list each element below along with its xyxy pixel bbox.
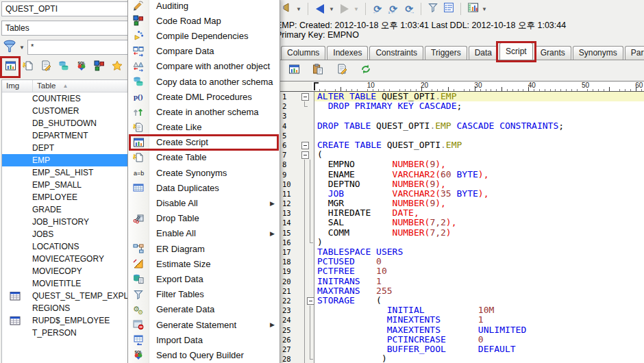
column-header-table[interactable]: Table ▲ [33,80,135,92]
column-header-img[interactable]: Img [2,80,33,92]
navigate-back-button[interactable] [313,2,327,16]
code-line-11[interactable]: 11 JOB VARCHAR2(35 BYTE), [280,189,644,199]
code-line-18[interactable]: 18PCTUSED 0 [280,257,644,266]
dropdown-arrow-icon[interactable]: ▼ [482,6,488,12]
schema-combobox[interactable]: QUEST_OPTI [1,1,139,16]
code-line-9[interactable]: 9 ENAME VARCHAR2(60 BYTE), [280,170,644,179]
fold-margin[interactable] [299,335,314,345]
tab-grants[interactable]: Grants [534,46,571,60]
fold-margin[interactable] [299,266,314,276]
menu-item-disable-all[interactable]: Disable All▶ [128,195,280,210]
code-line-7[interactable]: 7( [280,150,644,160]
navigate-forward-button[interactable] [338,2,351,16]
code-line-19[interactable]: 19PCTFREE 10 [280,266,644,276]
sql-code-area[interactable]: 1ALTER TABLE QUEST_OPTI.EMP2 DROP PRIMAR… [280,92,644,363]
menu-item-create-synonyms[interactable]: a=bCreate Synonyms [128,165,280,180]
tab-synonyms[interactable]: Synonyms [573,46,623,60]
create-script-button[interactable] [286,63,301,78]
tab-triggers[interactable]: Triggers [425,46,467,60]
code-line-26[interactable]: 26 PCTINCREASE 0 [280,335,644,345]
table-row-dept[interactable]: DEPT [2,142,135,154]
tab-script[interactable]: Script [499,42,533,60]
fold-margin[interactable] [299,296,314,305]
code-line-2[interactable]: 2 DROP PRIMARY KEY CASCADE; [280,101,644,111]
query-builder-button[interactable]: SQL [74,58,89,76]
copy-data-button[interactable] [56,58,71,76]
tab-partitions[interactable]: Partitions [625,46,644,60]
fold-margin[interactable] [299,277,314,286]
dropdown-arrow-icon[interactable]: ▼ [329,6,336,12]
fold-margin[interactable] [299,111,314,121]
fold-margin[interactable] [299,325,314,335]
menu-item-drop-table[interactable]: Drop Table [128,211,280,226]
table-row-countries[interactable]: COUNTRIES [2,92,135,105]
tab-columns[interactable]: Columns [281,46,325,60]
fold-margin[interactable] [299,345,314,354]
menu-item-generate-statement[interactable]: Generate Statement▶ [128,317,280,332]
create-table-button[interactable] [21,58,36,76]
refresh-fwd-button[interactable]: ⟳→ [402,2,416,16]
menu-item-create-dml-procedures[interactable]: p()Create DML Procedures [128,89,280,104]
road-map-button[interactable] [92,58,107,76]
menu-item-create-table[interactable]: Create Table [128,150,280,165]
sql-script-editor[interactable]: 102030405060 1ALTER TABLE QUEST_OPTI.EMP… [280,81,644,363]
fold-margin[interactable] [299,286,314,296]
fold-margin[interactable] [299,121,314,131]
fold-margin[interactable] [299,354,314,363]
table-row-department[interactable]: DEPARTMENT [2,129,135,142]
filter-dropdown-icon[interactable]: ▼ [19,45,25,51]
filter-funnel-icon[interactable] [3,40,18,55]
edit-doc-button[interactable] [38,58,53,76]
table-row-locations[interactable]: LOCATIONS [2,240,135,253]
table-row-emp[interactable]: EMP [2,154,135,166]
code-line-28[interactable]: 28 ) [280,354,644,363]
fold-margin[interactable] [299,208,314,218]
code-line-22[interactable]: 22STORAGE ( [280,296,644,305]
menu-item-create-script[interactable]: Create Script [128,135,280,150]
code-line-13[interactable]: 13 HIREDATE DATE, [280,208,644,218]
table-row-employee[interactable]: EMPLOYEE [2,191,135,203]
fold-margin[interactable] [299,140,314,150]
fold-margin[interactable] [299,160,314,169]
fold-margin[interactable] [299,305,314,315]
code-line-14[interactable]: 14 SAL NUMBER(7,2), [280,218,644,227]
create-script-button[interactable] [3,58,18,76]
table-row-emp-sal-hist[interactable]: EMP_SAL_HIST [2,166,135,179]
menu-item-export-data[interactable]: Export Data [128,271,280,286]
table-row-regions[interactable]: REGIONS [2,302,135,314]
fold-margin[interactable] [299,150,314,160]
menu-item-import-data[interactable]: Import Data [128,332,280,347]
favorites-star-button[interactable] [110,58,125,76]
menu-item-enable-all[interactable]: Enable All▶ [128,226,280,241]
menu-item-filter-tables[interactable]: Filter Tables [128,287,280,302]
chart-view-button[interactable] [466,2,480,16]
refresh-back-button[interactable]: ⟳← [371,2,384,16]
table-row-t-person[interactable]: T_PERSON [2,327,135,339]
paste-button[interactable] [310,63,325,78]
fold-margin[interactable] [299,92,314,101]
code-line-16[interactable]: 16) [280,238,644,247]
fold-margin[interactable] [299,199,314,208]
table-row-customer[interactable]: CUSTOMER [2,105,135,117]
code-line-5[interactable]: 5 [280,131,644,140]
menu-item-send-to-query-builder[interactable]: SQLSend to Query Builder [128,347,280,362]
menu-item-estimate-size[interactable]: Estimate Size [128,256,280,271]
fold-margin[interactable] [299,101,314,111]
table-row-grade[interactable]: GRADE [2,203,135,216]
table-row-moviecategory[interactable]: MOVIECATEGORY [2,253,135,265]
tab-constraints[interactable]: Constraints [369,46,423,60]
menu-item-data-duplicates[interactable]: Data Duplicates [128,180,280,195]
code-line-25[interactable]: 25 MAXEXTENTS UNLIMITED [280,325,644,335]
code-line-15[interactable]: 15 COMM NUMBER(7,2) [280,228,644,238]
partial-button[interactable] [280,2,294,16]
refresh-green-button[interactable] [358,63,373,78]
table-row-movietitle[interactable]: MOVIETITLE [2,277,135,290]
fold-margin[interactable] [299,315,314,325]
dropdown-arrow-icon[interactable]: ▼ [354,6,360,12]
menu-item-compare-with-another-object[interactable]: Compare with another object [128,59,280,74]
name-filter-input[interactable]: * [27,40,141,55]
fold-margin[interactable] [299,228,314,238]
details-view-button[interactable] [442,2,456,16]
code-line-27[interactable]: 27 BUFFER_POOL DEFAULT [280,345,644,354]
refresh-one-button[interactable]: ⟳₁← [386,2,400,16]
